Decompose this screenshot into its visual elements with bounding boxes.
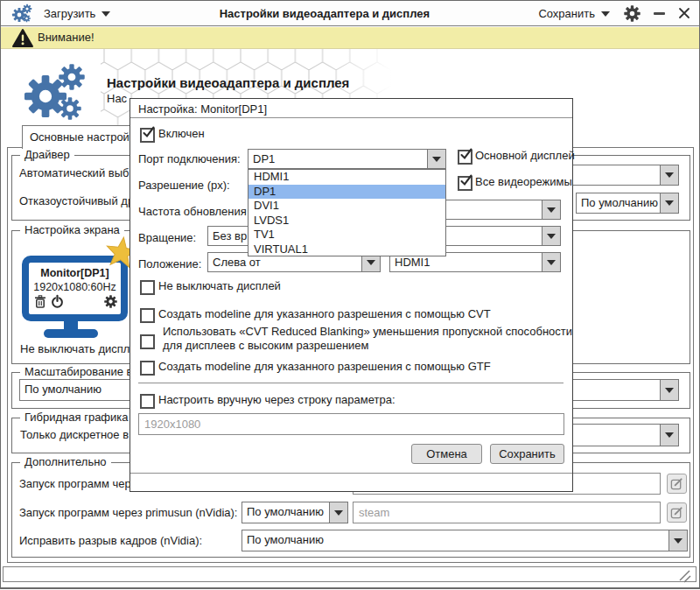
rb-label: Использовать «CVT Reduced Blanking» умен… xyxy=(163,325,572,352)
dont-poweroff-label: Не выключать диспл xyxy=(20,342,130,356)
port-combobox[interactable]: DP1 xyxy=(248,149,446,169)
save-button[interactable]: Сохранить xyxy=(490,444,564,464)
warning-text: Внимание! xyxy=(38,31,94,44)
allmodes-label: Все видеорежимы xyxy=(475,175,572,189)
resolution-label: Разрешение (px): xyxy=(138,179,230,193)
monitor-stand-base xyxy=(44,329,98,338)
run2-combobox[interactable]: По умолчанию xyxy=(242,502,348,523)
status-bar xyxy=(3,566,696,582)
cvt-checkbox[interactable] xyxy=(140,308,155,323)
app-logo-large xyxy=(16,58,93,131)
gtf-checkbox[interactable] xyxy=(140,361,155,376)
chevron-down-icon[interactable] xyxy=(660,193,678,213)
discrete-label: Только дискретное в xyxy=(20,428,129,442)
dropdown-option[interactable]: VIRTUAL1 xyxy=(248,242,445,257)
enabled-label: Включен xyxy=(158,127,205,141)
trash-icon[interactable] xyxy=(34,295,46,312)
page-title: Настройки видеоадаптера и дисплея xyxy=(107,75,349,90)
dropdown-option[interactable]: DVI1 xyxy=(248,199,445,214)
refresh-label: Частота обновления ( xyxy=(138,205,254,219)
rotation-label: Вращение: xyxy=(138,231,196,245)
run1-label: Запуск программ чере xyxy=(19,477,137,491)
cvt-label: Создать modeline для указанного разрешен… xyxy=(158,307,491,321)
monitor-settings-dialog: Настройка: Monitor[DP1] Включен Порт под… xyxy=(130,98,573,492)
chevron-down-icon[interactable] xyxy=(542,227,560,245)
manual-label: Настроить вручную через строку параметра… xyxy=(158,393,396,407)
chevron-down-icon[interactable] xyxy=(542,200,560,219)
auto-driver-label: Автоматический выб xyxy=(19,166,129,180)
close-button[interactable] xyxy=(678,7,690,19)
dontoff-label: Не выключать дисплей xyxy=(158,279,281,293)
group-screen-legend: Настройка экрана xyxy=(20,223,124,236)
pencil-icon xyxy=(670,506,683,519)
gtf-label: Создать modeline для указанного разрешен… xyxy=(158,360,491,374)
port-dropdown-list: HDMI1 DP1 DVI1 LVDS1 TV1 VIRTUAL1 xyxy=(248,169,446,256)
chevron-down-icon[interactable] xyxy=(329,502,347,523)
position-label: Положение: xyxy=(138,257,201,271)
chevron-down-icon[interactable] xyxy=(660,380,678,400)
load-menu-button[interactable]: Загрузить xyxy=(44,7,110,20)
dropdown-option[interactable]: TV1 xyxy=(248,228,445,242)
chevron-down-icon[interactable] xyxy=(660,425,678,446)
primary-display-checkbox[interactable] xyxy=(458,150,472,165)
settings-gear-icon[interactable] xyxy=(624,5,640,22)
run1-edit-button[interactable] xyxy=(667,474,687,494)
dropdown-option[interactable]: LVDS1 xyxy=(248,214,445,228)
primary-display-label: Основной дисплей xyxy=(475,149,575,163)
chevron-down-icon xyxy=(601,11,610,17)
chevron-down-icon[interactable] xyxy=(668,530,687,551)
power-icon[interactable] xyxy=(50,294,65,313)
dontoff-checkbox[interactable] xyxy=(140,280,155,295)
failsafe-driver-combobox[interactable]: По умолчанию xyxy=(576,193,679,214)
fix-label: Исправить разрыв кадров (nVidia): xyxy=(19,534,202,548)
port-label: Порт подключения: xyxy=(138,152,241,166)
minimize-button[interactable] xyxy=(654,12,665,15)
page-subtitle: Нас xyxy=(107,92,127,106)
warning-icon xyxy=(12,29,33,51)
pencil-icon xyxy=(670,477,683,490)
dropdown-option[interactable]: HDMI1 xyxy=(248,170,445,185)
group-driver-legend: Драйвер xyxy=(20,148,74,161)
group-additional-legend: Дополнительно xyxy=(20,455,111,468)
title-bar: Загрузить Настройки видеоадаптера и дисп… xyxy=(1,1,699,26)
run2-input[interactable] xyxy=(353,502,661,523)
save-menu-button[interactable]: Сохранить xyxy=(538,7,610,20)
fix-combobox[interactable]: По умолчанию xyxy=(242,530,688,551)
warning-bar: Внимание! xyxy=(1,27,699,49)
window-title: Настройки видеоадаптера и дисплея xyxy=(110,7,538,20)
rb-checkbox[interactable] xyxy=(140,334,155,349)
enabled-checkbox[interactable] xyxy=(140,128,155,143)
cancel-button[interactable]: Отмена xyxy=(411,444,482,464)
resize-grip[interactable] xyxy=(676,568,691,587)
manual-checkbox[interactable] xyxy=(140,394,155,409)
divider xyxy=(138,383,564,383)
tab-main-settings[interactable]: Основные настройки xyxy=(22,125,141,149)
divider xyxy=(130,473,572,474)
app-logo-icon xyxy=(10,3,33,24)
monitor-mode: 1920x1080:60Hz xyxy=(29,281,121,293)
divider xyxy=(130,117,572,118)
dialog-title: Настройка: Monitor[DP1] xyxy=(138,102,267,116)
application-window: Загрузить Настройки видеоадаптера и дисп… xyxy=(0,0,700,590)
manual-input[interactable] xyxy=(138,413,564,435)
group-hybrid-legend: Гибридная графика xyxy=(20,411,133,424)
chevron-down-icon[interactable] xyxy=(427,150,445,168)
allmodes-checkbox[interactable] xyxy=(458,176,472,191)
chevron-down-icon[interactable] xyxy=(542,253,560,271)
run2-edit-button[interactable] xyxy=(667,502,687,523)
chevron-down-icon[interactable] xyxy=(660,165,678,185)
chevron-down-icon xyxy=(102,11,110,17)
run2-label: Запуск программ через primusun (nVidia): xyxy=(19,506,237,520)
group-scaling-legend: Масштабирование вы xyxy=(20,365,145,378)
dropdown-option-selected[interactable]: DP1 xyxy=(248,185,445,200)
failsafe-driver-label: Отказоустойчивый др xyxy=(19,194,134,208)
monitor-gear-icon[interactable] xyxy=(104,295,117,312)
